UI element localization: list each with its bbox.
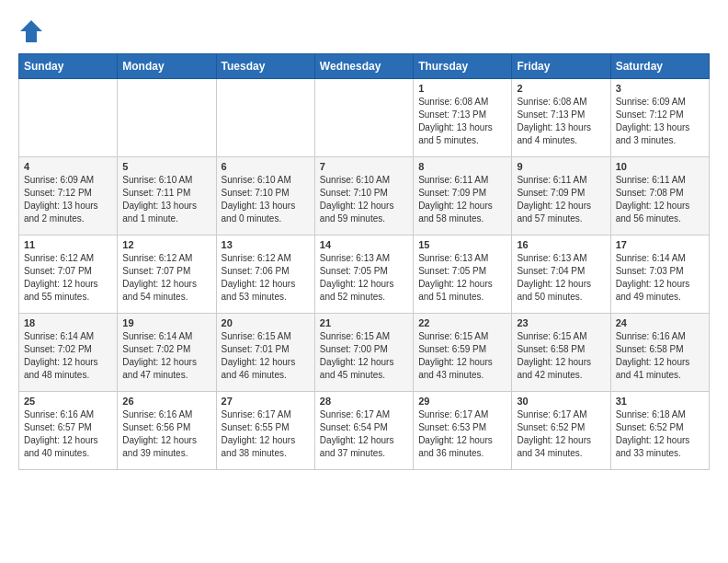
cell-content: Sunrise: 6:12 AMSunset: 7:06 PMDaylight:… <box>222 252 310 304</box>
day-number: 12 <box>122 239 210 250</box>
column-header-sunday: Sunday <box>19 54 118 79</box>
calendar-cell: 20Sunrise: 6:15 AMSunset: 7:01 PMDayligh… <box>216 314 314 392</box>
day-number: 28 <box>320 396 408 407</box>
day-number: 19 <box>122 317 210 328</box>
day-number: 14 <box>320 239 408 250</box>
cell-content: Sunrise: 6:17 AMSunset: 6:55 PMDaylight:… <box>222 408 310 460</box>
calendar-cell: 13Sunrise: 6:12 AMSunset: 7:06 PMDayligh… <box>216 236 314 314</box>
day-number: 26 <box>122 396 210 407</box>
cell-content: Sunrise: 6:13 AMSunset: 7:05 PMDaylight:… <box>418 252 506 304</box>
calendar-cell: 30Sunrise: 6:17 AMSunset: 6:52 PMDayligh… <box>512 392 610 470</box>
day-number: 22 <box>418 317 506 328</box>
cell-content: Sunrise: 6:17 AMSunset: 6:54 PMDaylight:… <box>320 408 408 460</box>
calendar-cell: 11Sunrise: 6:12 AMSunset: 7:07 PMDayligh… <box>19 236 118 314</box>
cell-content: Sunrise: 6:13 AMSunset: 7:04 PMDaylight:… <box>517 252 605 304</box>
calendar-cell: 31Sunrise: 6:18 AMSunset: 6:52 PMDayligh… <box>610 392 709 470</box>
day-number: 5 <box>122 161 210 172</box>
day-number: 27 <box>222 396 310 407</box>
week-row-5: 25Sunrise: 6:16 AMSunset: 6:57 PMDayligh… <box>19 392 710 470</box>
cell-content: Sunrise: 6:09 AMSunset: 7:12 PMDaylight:… <box>24 174 112 225</box>
cell-content: Sunrise: 6:14 AMSunset: 7:03 PMDaylight:… <box>616 252 704 304</box>
calendar-cell <box>118 79 216 157</box>
calendar-cell: 21Sunrise: 6:15 AMSunset: 7:00 PMDayligh… <box>314 314 413 392</box>
cell-content: Sunrise: 6:11 AMSunset: 7:08 PMDaylight:… <box>616 174 704 225</box>
logo-icon <box>18 18 44 44</box>
cell-content: Sunrise: 6:15 AMSunset: 6:58 PMDaylight:… <box>517 330 605 382</box>
cell-content: Sunrise: 6:16 AMSunset: 6:57 PMDaylight:… <box>24 408 112 460</box>
calendar-cell: 19Sunrise: 6:14 AMSunset: 7:02 PMDayligh… <box>118 314 216 392</box>
cell-content: Sunrise: 6:10 AMSunset: 7:10 PMDaylight:… <box>320 174 408 225</box>
calendar-cell: 17Sunrise: 6:14 AMSunset: 7:03 PMDayligh… <box>610 236 709 314</box>
column-header-monday: Monday <box>118 54 216 79</box>
calendar-cell: 12Sunrise: 6:12 AMSunset: 7:07 PMDayligh… <box>118 236 216 314</box>
logo <box>18 18 48 44</box>
column-header-saturday: Saturday <box>610 54 709 79</box>
cell-content: Sunrise: 6:08 AMSunset: 7:13 PMDaylight:… <box>418 96 506 147</box>
column-header-friday: Friday <box>512 54 610 79</box>
cell-content: Sunrise: 6:15 AMSunset: 7:01 PMDaylight:… <box>222 330 310 382</box>
week-row-4: 18Sunrise: 6:14 AMSunset: 7:02 PMDayligh… <box>19 314 710 392</box>
week-row-3: 11Sunrise: 6:12 AMSunset: 7:07 PMDayligh… <box>19 236 710 314</box>
cell-content: Sunrise: 6:10 AMSunset: 7:11 PMDaylight:… <box>122 174 210 225</box>
day-number: 6 <box>222 161 310 172</box>
day-number: 3 <box>616 83 704 94</box>
cell-content: Sunrise: 6:13 AMSunset: 7:05 PMDaylight:… <box>320 252 408 304</box>
calendar-cell <box>314 79 413 157</box>
cell-content: Sunrise: 6:14 AMSunset: 7:02 PMDaylight:… <box>122 330 210 382</box>
day-number: 29 <box>418 396 506 407</box>
day-number: 15 <box>418 239 506 250</box>
calendar-cell: 28Sunrise: 6:17 AMSunset: 6:54 PMDayligh… <box>314 392 413 470</box>
day-number: 24 <box>616 317 704 328</box>
calendar-cell: 29Sunrise: 6:17 AMSunset: 6:53 PMDayligh… <box>414 392 512 470</box>
day-number: 11 <box>24 239 112 250</box>
day-number: 20 <box>222 317 310 328</box>
column-header-tuesday: Tuesday <box>216 54 314 79</box>
cell-content: Sunrise: 6:16 AMSunset: 6:56 PMDaylight:… <box>122 408 210 460</box>
week-row-1: 1Sunrise: 6:08 AMSunset: 7:13 PMDaylight… <box>19 79 710 157</box>
day-number: 4 <box>24 161 112 172</box>
cell-content: Sunrise: 6:18 AMSunset: 6:52 PMDaylight:… <box>616 408 704 460</box>
calendar-cell: 5Sunrise: 6:10 AMSunset: 7:11 PMDaylight… <box>118 157 216 236</box>
calendar-cell: 26Sunrise: 6:16 AMSunset: 6:56 PMDayligh… <box>118 392 216 470</box>
calendar-cell: 9Sunrise: 6:11 AMSunset: 7:09 PMDaylight… <box>512 157 610 236</box>
day-number: 30 <box>517 396 605 407</box>
week-row-2: 4Sunrise: 6:09 AMSunset: 7:12 PMDaylight… <box>19 157 710 236</box>
calendar-cell: 6Sunrise: 6:10 AMSunset: 7:10 PMDaylight… <box>216 157 314 236</box>
calendar-cell <box>19 79 118 157</box>
calendar-cell: 14Sunrise: 6:13 AMSunset: 7:05 PMDayligh… <box>314 236 413 314</box>
day-number: 1 <box>418 83 506 94</box>
cell-content: Sunrise: 6:17 AMSunset: 6:53 PMDaylight:… <box>418 408 506 460</box>
page-header <box>18 18 710 44</box>
cell-content: Sunrise: 6:11 AMSunset: 7:09 PMDaylight:… <box>418 174 506 225</box>
cell-content: Sunrise: 6:11 AMSunset: 7:09 PMDaylight:… <box>517 174 605 225</box>
calendar-cell: 3Sunrise: 6:09 AMSunset: 7:12 PMDaylight… <box>610 79 709 157</box>
day-number: 25 <box>24 396 112 407</box>
day-number: 13 <box>222 239 310 250</box>
calendar-cell: 2Sunrise: 6:08 AMSunset: 7:13 PMDaylight… <box>512 79 610 157</box>
cell-content: Sunrise: 6:17 AMSunset: 6:52 PMDaylight:… <box>517 408 605 460</box>
calendar-table: SundayMondayTuesdayWednesdayThursdayFrid… <box>18 53 710 470</box>
day-number: 21 <box>320 317 408 328</box>
column-header-thursday: Thursday <box>414 54 512 79</box>
column-header-wednesday: Wednesday <box>314 54 413 79</box>
day-number: 16 <box>517 239 605 250</box>
calendar-cell: 22Sunrise: 6:15 AMSunset: 6:59 PMDayligh… <box>414 314 512 392</box>
calendar-cell: 1Sunrise: 6:08 AMSunset: 7:13 PMDaylight… <box>414 79 512 157</box>
calendar-cell: 7Sunrise: 6:10 AMSunset: 7:10 PMDaylight… <box>314 157 413 236</box>
cell-content: Sunrise: 6:14 AMSunset: 7:02 PMDaylight:… <box>24 330 112 382</box>
day-number: 17 <box>616 239 704 250</box>
header-row: SundayMondayTuesdayWednesdayThursdayFrid… <box>19 54 710 79</box>
cell-content: Sunrise: 6:12 AMSunset: 7:07 PMDaylight:… <box>122 252 210 304</box>
cell-content: Sunrise: 6:10 AMSunset: 7:10 PMDaylight:… <box>222 174 310 225</box>
calendar-cell: 18Sunrise: 6:14 AMSunset: 7:02 PMDayligh… <box>19 314 118 392</box>
day-number: 18 <box>24 317 112 328</box>
cell-content: Sunrise: 6:09 AMSunset: 7:12 PMDaylight:… <box>616 96 704 147</box>
calendar-cell: 23Sunrise: 6:15 AMSunset: 6:58 PMDayligh… <box>512 314 610 392</box>
day-number: 31 <box>616 396 704 407</box>
day-number: 23 <box>517 317 605 328</box>
calendar-cell: 10Sunrise: 6:11 AMSunset: 7:08 PMDayligh… <box>610 157 709 236</box>
day-number: 2 <box>517 83 605 94</box>
calendar-cell: 25Sunrise: 6:16 AMSunset: 6:57 PMDayligh… <box>19 392 118 470</box>
cell-content: Sunrise: 6:15 AMSunset: 6:59 PMDaylight:… <box>418 330 506 382</box>
day-number: 9 <box>517 161 605 172</box>
